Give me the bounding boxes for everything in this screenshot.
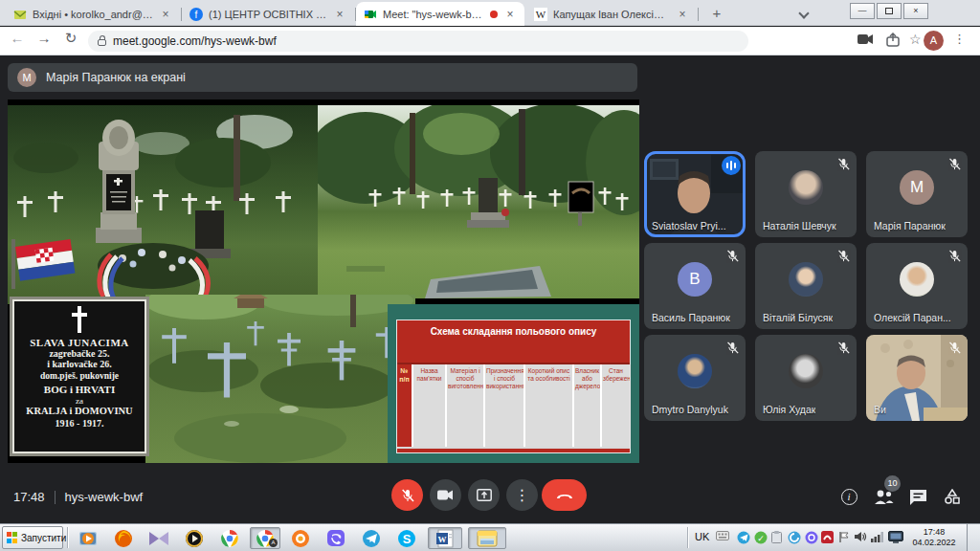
taskbar-kmplayer[interactable] xyxy=(144,527,174,549)
camera-toggle-button[interactable] xyxy=(430,479,461,511)
taskbar-orange-browser[interactable] xyxy=(285,527,316,549)
svg-text:W: W xyxy=(438,534,447,543)
tab-meet-active[interactable]: Meet: "hys-wewk-bwf" × xyxy=(356,2,524,26)
browser-profile-avatar[interactable]: A xyxy=(924,31,944,51)
table-col-header: Матеріал і спосіб виготовлення xyxy=(447,364,483,447)
shared-screen[interactable]: Схема складання польового опису № п/п На… xyxy=(8,99,639,463)
aimp-icon xyxy=(185,529,204,548)
info-icon: i xyxy=(841,489,858,505)
tray-clipboard-icon[interactable] xyxy=(771,531,782,543)
participants-button[interactable]: 10 xyxy=(871,484,896,509)
show-desktop-button[interactable] xyxy=(967,524,980,551)
window-restore-button[interactable] xyxy=(877,3,902,19)
share-icon[interactable] xyxy=(886,33,902,48)
telegram-icon xyxy=(362,529,381,548)
taskbar-firefox[interactable] xyxy=(108,527,139,549)
firefox-icon xyxy=(114,529,133,548)
meeting-details-button[interactable]: i xyxy=(836,484,861,509)
taskbar-telegram[interactable] xyxy=(356,527,387,549)
tray-red-app-icon[interactable] xyxy=(821,531,834,543)
tab-wikipedia[interactable]: W Капущак Іван Олексійович — В × xyxy=(526,2,697,26)
leave-call-button[interactable] xyxy=(542,479,587,511)
participant-tile-vitalii[interactable]: Віталій Білусяк xyxy=(755,243,857,329)
taskbar-clock[interactable]: 17:48 04.02.2022 xyxy=(906,527,962,548)
participant-name: Юлія Худак xyxy=(763,404,815,415)
plaque-line: zagrebačke 25. xyxy=(49,348,109,359)
tab-title: Meet: "hys-wewk-bwf" xyxy=(383,9,484,20)
chrome-icon xyxy=(220,529,239,548)
taskbar-media-player[interactable] xyxy=(73,527,103,549)
participant-name: Sviatoslav Pryi... xyxy=(652,220,726,231)
tray-telegram-icon[interactable] xyxy=(737,531,750,544)
participant-letter-avatar: M xyxy=(900,170,934,205)
activities-button[interactable] xyxy=(940,484,965,509)
participant-tile-sviatoslav[interactable]: Sviatoslav Pryi... xyxy=(644,151,746,237)
tab-facebook[interactable]: f (1) ЦЕНТР ОСВІТНІХ ІННОВАЦІЙ × xyxy=(182,2,354,26)
tray-volume-icon[interactable] xyxy=(854,531,867,542)
start-button[interactable]: Запустити xyxy=(2,526,63,549)
participant-tile-yulia[interactable]: Юлія Худак xyxy=(755,335,857,421)
tray-display-icon[interactable] xyxy=(888,531,903,543)
browser-menu-kebab-icon[interactable]: ⋮ xyxy=(953,32,966,46)
chat-button[interactable] xyxy=(905,484,930,509)
participant-letter-avatar: B xyxy=(678,262,712,297)
plaque-line: SLAVA JUNACIMA xyxy=(30,337,128,348)
omnibox[interactable]: meet.google.com/hys-wewk-bwf xyxy=(88,31,748,52)
svg-text:✓: ✓ xyxy=(757,534,765,543)
camera-in-use-icon[interactable] xyxy=(858,33,875,46)
tab-close-icon[interactable]: × xyxy=(676,8,689,21)
taskbar-viber[interactable] xyxy=(321,527,351,549)
taskbar-word-window[interactable]: W xyxy=(428,527,462,549)
keyboard-layout-icon[interactable] xyxy=(716,531,729,540)
participant-photo-avatar xyxy=(789,262,823,297)
plaque-cross-icon xyxy=(70,306,89,333)
tray-network-icon[interactable] xyxy=(871,531,884,542)
window-close-button[interactable]: × xyxy=(903,3,928,19)
participant-tile-dmytro[interactable]: Dmytro Danylyuk xyxy=(644,335,746,421)
mic-toggle-button[interactable] xyxy=(391,479,423,511)
tab-close-icon[interactable]: × xyxy=(333,8,346,21)
word-icon: W xyxy=(435,529,455,548)
forward-button[interactable]: → xyxy=(33,30,56,46)
participant-tile-natalia[interactable]: Наталія Шевчук xyxy=(755,151,857,237)
mic-off-icon xyxy=(836,341,851,355)
participant-tile-oleksii[interactable]: Олексій Паран... xyxy=(866,243,968,329)
taskbar-explorer-window[interactable] xyxy=(468,527,506,549)
svg-text:W: W xyxy=(536,9,546,20)
new-tab-button[interactable]: + xyxy=(705,5,728,24)
meeting-time: 17:48 xyxy=(13,490,45,504)
tray-antivirus-check-icon[interactable]: ✓ xyxy=(754,531,768,544)
participant-name: Ви xyxy=(874,404,886,415)
kmplayer-icon xyxy=(148,531,169,546)
tab-title: (1) ЦЕНТР ОСВІТНІХ ІННОВАЦІЙ xyxy=(209,9,327,20)
reload-button[interactable]: ↻ xyxy=(59,30,82,47)
present-button[interactable] xyxy=(468,479,500,511)
tab-close-icon[interactable]: × xyxy=(503,8,517,21)
more-options-button[interactable]: ⋮ xyxy=(506,479,538,511)
language-indicator[interactable]: UK xyxy=(695,531,709,542)
back-button[interactable]: ← xyxy=(6,30,29,46)
videocam-icon xyxy=(437,489,454,501)
participant-photo-avatar xyxy=(900,262,934,297)
tab-close-icon[interactable]: × xyxy=(159,8,172,21)
taskbar-aimp[interactable] xyxy=(179,527,210,549)
speaking-indicator-icon xyxy=(722,156,741,175)
tab-mail[interactable]: Вхідні • korolko_andr@ukr.net × xyxy=(6,2,180,26)
wikipedia-icon: W xyxy=(534,8,547,21)
taskbar-skype[interactable]: S xyxy=(391,527,422,549)
participant-tile-you[interactable]: Ви xyxy=(866,335,968,421)
bookmark-star-icon[interactable]: ☆ xyxy=(909,32,922,47)
participant-tile-maria[interactable]: M Марія Паранюк xyxy=(866,151,968,237)
tray-browser-swirl-icon[interactable] xyxy=(788,531,801,544)
taskbar-chrome-active[interactable]: A xyxy=(250,527,280,549)
slide-background: Схема складання польового опису № п/п На… xyxy=(388,304,639,463)
window-minimize-button[interactable]: — xyxy=(850,3,875,19)
tray-viber-icon[interactable] xyxy=(805,531,818,544)
tab-search-chevron-icon[interactable] xyxy=(800,10,808,17)
taskbar-chrome[interactable] xyxy=(214,527,245,549)
participant-tile-vasyl[interactable]: B Василь Паранюк xyxy=(644,243,746,329)
viber-icon xyxy=(326,529,345,548)
table-col-header: Стан збереження xyxy=(602,364,630,447)
tray-flag-icon[interactable] xyxy=(838,531,850,543)
recording-dot-icon xyxy=(490,11,498,18)
